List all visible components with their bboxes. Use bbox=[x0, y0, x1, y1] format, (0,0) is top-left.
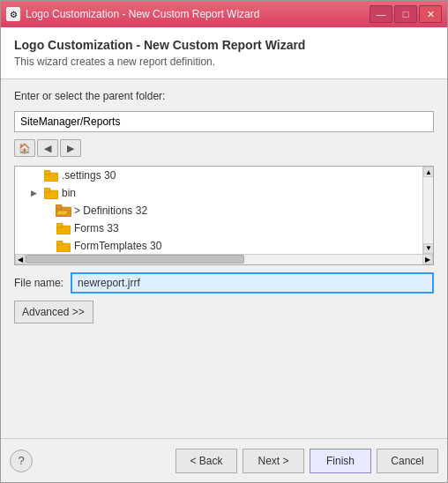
scroll-thumb-h[interactable] bbox=[26, 255, 244, 264]
folder-icon bbox=[56, 221, 71, 235]
window-icon: ⚙ bbox=[6, 7, 20, 21]
filename-label: File name: bbox=[14, 277, 63, 289]
list-item[interactable]: Forms 33 bbox=[15, 219, 422, 237]
folder-label: Enter or select the parent folder: bbox=[14, 90, 434, 102]
title-bar-text: Logo Customization - New Custom Report W… bbox=[26, 8, 259, 20]
filename-input[interactable] bbox=[71, 272, 434, 294]
tree-item-label: bin bbox=[62, 187, 76, 199]
title-bar: ⚙ Logo Customization - New Custom Report… bbox=[1, 1, 447, 27]
title-bar-controls: — □ ✕ bbox=[370, 5, 442, 23]
svg-rect-5 bbox=[56, 204, 62, 209]
tree-item-label: FormTemplates 30 bbox=[74, 240, 161, 252]
minimize-button[interactable]: — bbox=[370, 5, 392, 23]
scroll-track-h bbox=[26, 255, 422, 264]
content-section: Enter or select the parent folder: 🏠 ◀ ▶ bbox=[1, 79, 447, 438]
list-item[interactable]: .settings 30 bbox=[15, 167, 422, 184]
folder-icon bbox=[43, 168, 59, 182]
footer-left: ? bbox=[10, 450, 33, 472]
vertical-scrollbar[interactable]: ▲ ▼ bbox=[422, 167, 433, 254]
svg-rect-1 bbox=[44, 170, 50, 175]
home-button[interactable]: 🏠 bbox=[14, 139, 35, 157]
svg-rect-3 bbox=[44, 188, 50, 192]
filename-row: File name: bbox=[14, 272, 434, 294]
folder-path-input[interactable] bbox=[14, 111, 434, 132]
main-window: ⚙ Logo Customization - New Custom Report… bbox=[0, 0, 448, 483]
maximize-button[interactable]: □ bbox=[394, 5, 417, 23]
forward-button[interactable]: ▶ bbox=[60, 139, 81, 157]
finish-button[interactable]: Finish bbox=[310, 449, 371, 473]
footer-right: < Back Next > Finish Cancel bbox=[175, 449, 438, 473]
tree-scroll-area: .settings 30 ▶ bin bbox=[15, 167, 433, 254]
svg-rect-8 bbox=[56, 223, 63, 227]
gear-icon: ⚙ bbox=[10, 10, 18, 19]
scroll-track bbox=[423, 177, 433, 243]
next-button[interactable]: Next > bbox=[243, 449, 304, 473]
scroll-right-arrow[interactable]: ▶ bbox=[422, 254, 433, 264]
list-item[interactable]: > Definitions 32 bbox=[15, 202, 422, 219]
wizard-subtitle: This wizard creates a new report definit… bbox=[14, 56, 434, 68]
spacer bbox=[14, 331, 434, 428]
tree-toolbar: 🏠 ◀ ▶ bbox=[14, 139, 434, 157]
tree-item-label: .settings 30 bbox=[62, 169, 116, 182]
title-bar-left: ⚙ Logo Customization - New Custom Report… bbox=[6, 7, 259, 21]
advanced-button[interactable]: Advanced >> bbox=[14, 301, 93, 323]
back-button[interactable]: ◀ bbox=[37, 139, 58, 157]
tree-wrapper: .settings 30 ▶ bin bbox=[14, 166, 434, 265]
wizard-title: Logo Customization - New Custom Report W… bbox=[14, 38, 434, 52]
folder-icon bbox=[56, 239, 71, 253]
cancel-button[interactable]: Cancel bbox=[377, 449, 438, 473]
folder-icon bbox=[43, 186, 59, 200]
header-section: Logo Customization - New Custom Report W… bbox=[1, 27, 447, 79]
tree-content: .settings 30 ▶ bin bbox=[15, 167, 422, 254]
scroll-down-arrow[interactable]: ▼ bbox=[423, 243, 433, 254]
list-item[interactable]: ▶ bin bbox=[15, 184, 422, 202]
scroll-left-arrow[interactable]: ◀ bbox=[15, 254, 26, 264]
close-button[interactable]: ✕ bbox=[419, 5, 442, 23]
footer: ? < Back Next > Finish Cancel bbox=[1, 438, 447, 482]
folder-open-icon bbox=[56, 204, 71, 218]
scroll-up-arrow[interactable]: ▲ bbox=[423, 167, 433, 177]
tree-item-label: > Definitions 32 bbox=[74, 204, 147, 217]
back-button[interactable]: < Back bbox=[175, 449, 237, 473]
horizontal-scrollbar[interactable]: ◀ ▶ bbox=[15, 254, 433, 264]
tree-item-label: Forms 33 bbox=[74, 222, 119, 234]
svg-rect-10 bbox=[56, 241, 63, 245]
toggle-icon: ▶ bbox=[31, 189, 43, 197]
list-item[interactable]: FormTemplates 30 bbox=[15, 237, 422, 254]
help-button[interactable]: ? bbox=[10, 450, 33, 472]
